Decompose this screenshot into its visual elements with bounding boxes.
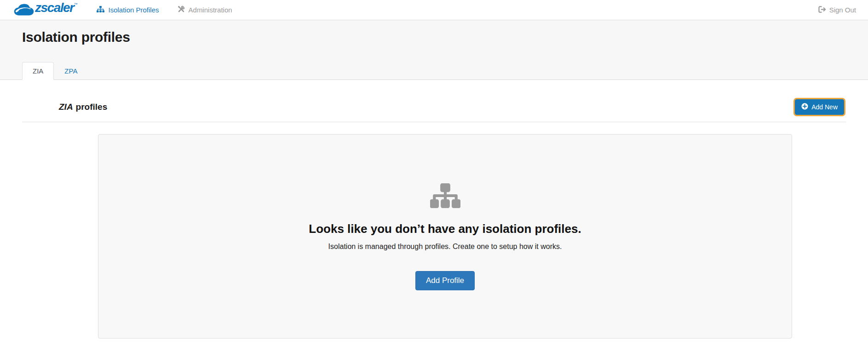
sitemap-icon [97,6,104,14]
zscaler-cloud-icon [14,1,34,18]
zscaler-logo-text: zscaler [35,1,74,14]
tools-icon [178,6,185,14]
tab-zia[interactable]: ZIA [22,62,54,80]
empty-state-heading: Looks like you don’t have any isolation … [98,222,792,236]
main-content: ZIAprofiles Add New Looks like you don’t [0,99,868,339]
plus-circle-icon [801,103,808,111]
tab-zpa[interactable]: ZPA [54,62,88,80]
section-title-emphasis: ZIA [59,102,73,112]
page-header: Isolation profiles ZIA ZPA [0,20,868,80]
add-new-button[interactable]: Add New [795,99,844,115]
section-title-rest: profiles [76,102,108,112]
add-profile-button[interactable]: Add Profile [415,271,475,290]
nav-item-label: Isolation Profiles [108,6,159,14]
page-title: Isolation profiles [22,29,846,45]
top-navbar: zscaler ™ Isolation Profiles [0,0,868,20]
empty-state-card: Looks like you don’t have any isolation … [98,134,792,339]
zscaler-logo[interactable]: zscaler ™ [14,1,77,18]
trademark-symbol: ™ [74,2,77,6]
nav-item-isolation-profiles[interactable]: Isolation Profiles [97,6,159,14]
add-new-label: Add New [811,103,838,111]
empty-state-description: Isolation is managed through profiles. C… [98,243,792,251]
nav-item-label: Administration [189,6,232,14]
sign-out-label: Sign Out [829,6,856,14]
tab-bar: ZIA ZPA [22,62,846,80]
section-title: ZIAprofiles [59,102,107,112]
sign-out-button[interactable]: Sign Out [818,6,856,14]
sign-out-icon [818,6,826,14]
section-divider [22,122,846,122]
sitemap-icon [430,202,460,209]
section-header-row: ZIAprofiles Add New [22,99,846,115]
navbar-menu: Isolation Profiles Administration [97,6,232,14]
nav-item-administration[interactable]: Administration [178,6,232,14]
